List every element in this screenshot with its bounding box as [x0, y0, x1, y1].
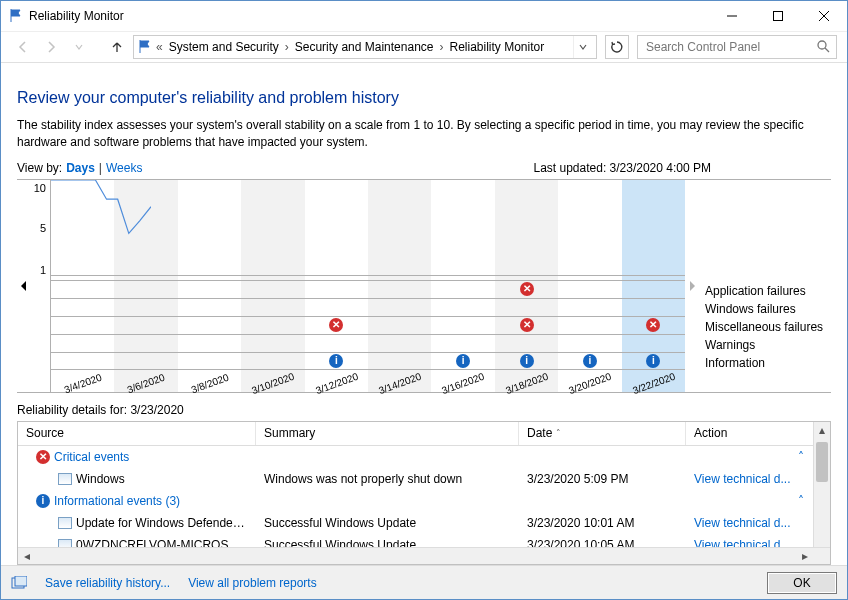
chevron-right-icon: › — [437, 40, 445, 54]
breadcrumb-item[interactable]: Security and Maintenance — [293, 40, 436, 54]
col-action[interactable]: Action — [686, 422, 830, 445]
forward-button[interactable] — [39, 35, 63, 59]
back-button[interactable] — [11, 35, 35, 59]
info-icon[interactable]: i — [329, 354, 343, 368]
window-title: Reliability Monitor — [29, 9, 124, 23]
app-icon — [58, 517, 72, 529]
ok-button[interactable]: OK — [767, 572, 837, 594]
view-technical-details-link[interactable]: View technical d... — [694, 472, 791, 486]
scrollbar-vertical[interactable]: ▴ ▾ — [813, 422, 830, 564]
group-label: Informational events (3) — [54, 494, 180, 508]
app-icon — [58, 473, 72, 485]
view-by-label: View by: — [17, 161, 62, 175]
view-technical-details-link[interactable]: View technical d... — [694, 538, 791, 547]
view-technical-details-link[interactable]: View technical d... — [694, 516, 791, 530]
table-row[interactable]: Update for Windows Defender ...Successfu… — [18, 512, 830, 534]
info-icon[interactable]: i — [583, 354, 597, 368]
view-all-problem-reports-link[interactable]: View all problem reports — [188, 576, 317, 590]
nav-bar: « System and Security › Security and Mai… — [1, 31, 847, 63]
info-icon: i — [36, 494, 50, 508]
scroll-left-button[interactable]: ◂ — [18, 548, 35, 564]
svg-rect-0 — [774, 12, 783, 21]
view-by-row: View by: Days | Weeks Last updated: 3/23… — [17, 161, 831, 175]
svg-rect-3 — [15, 576, 27, 586]
info-icon[interactable]: i — [456, 354, 470, 368]
collapse-icon[interactable]: ˄ — [798, 494, 804, 508]
legend-misc-failures: Miscellaneous failures — [705, 318, 831, 336]
search-input[interactable] — [644, 39, 812, 55]
search-box[interactable] — [637, 35, 837, 59]
chart-body[interactable]: ✕ii✕✕ii✕i 3/4/20203/6/20203/8/20203/10/2… — [51, 180, 685, 392]
chart-scroll-left[interactable] — [17, 180, 31, 392]
info-icon[interactable]: i — [646, 354, 660, 368]
error-icon[interactable]: ✕ — [520, 282, 534, 296]
refresh-button[interactable] — [605, 35, 629, 59]
error-icon[interactable]: ✕ — [646, 318, 660, 332]
legend-win-failures: Windows failures — [705, 300, 831, 318]
scrollbar-horizontal[interactable]: ◂ ▸ — [18, 547, 830, 564]
up-button[interactable] — [105, 35, 129, 59]
save-reliability-history-link[interactable]: Save reliability history... — [45, 576, 170, 590]
reliability-chart[interactable]: 10 5 1 ✕ii✕✕ii✕i 3/4/20203/6/20203/8/202… — [17, 179, 831, 393]
page-title: Review your computer's reliability and p… — [17, 89, 831, 107]
col-date[interactable]: Date ˄ — [519, 422, 686, 445]
info-icon[interactable]: i — [520, 354, 534, 368]
flag-icon — [9, 8, 23, 25]
table-row[interactable]: 0WZDNCRFLVQM-MICROSOF...Successful Windo… — [18, 534, 830, 547]
chart-scroll-right[interactable] — [685, 180, 699, 392]
chart-legend: Application failures Windows failures Mi… — [699, 180, 831, 392]
group-label: Critical events — [54, 450, 129, 464]
maximize-button[interactable] — [755, 1, 801, 31]
title-bar: Reliability Monitor — [1, 1, 847, 31]
col-source[interactable]: Source — [18, 422, 256, 445]
table-row[interactable]: WindowsWindows was not properly shut dow… — [18, 468, 830, 490]
group-informational[interactable]: iInformational events (3)˄ — [18, 490, 830, 512]
scroll-thumb[interactable] — [816, 442, 828, 482]
col-summary[interactable]: Summary — [256, 422, 519, 445]
view-days-link[interactable]: Days — [66, 161, 95, 175]
scroll-right-button[interactable]: ▸ — [796, 548, 813, 564]
chart-y-axis: 10 5 1 — [31, 180, 51, 392]
footer: Save reliability history... View all pro… — [1, 565, 847, 599]
breadcrumb[interactable]: « System and Security › Security and Mai… — [133, 35, 597, 59]
error-icon: ✕ — [36, 450, 50, 464]
legend-information: Information — [705, 354, 831, 372]
legend-warnings: Warnings — [705, 336, 831, 354]
error-icon[interactable]: ✕ — [329, 318, 343, 332]
breadcrumb-item[interactable]: Reliability Monitor — [447, 40, 546, 54]
breadcrumb-item[interactable]: System and Security — [167, 40, 281, 54]
chevron-left-icon[interactable]: « — [154, 40, 165, 54]
flag-icon — [138, 39, 152, 56]
view-weeks-link[interactable]: Weeks — [106, 161, 142, 175]
minimize-button[interactable] — [709, 1, 755, 31]
details-table: Source Summary Date ˄ Action ✕Critical e… — [17, 421, 831, 565]
document-icon — [11, 576, 27, 590]
app-icon — [58, 539, 72, 547]
legend-app-failures: Application failures — [705, 282, 831, 300]
collapse-icon[interactable]: ˄ — [798, 450, 804, 464]
history-dropdown[interactable] — [67, 35, 91, 59]
scroll-up-button[interactable]: ▴ — [814, 422, 830, 439]
search-icon[interactable] — [816, 39, 830, 56]
sort-asc-icon: ˄ — [556, 428, 561, 438]
details-body: ✕Critical events˄WindowsWindows was not … — [18, 446, 830, 547]
last-updated: Last updated: 3/23/2020 4:00 PM — [534, 161, 712, 175]
error-icon[interactable]: ✕ — [520, 318, 534, 332]
chevron-right-icon: › — [283, 40, 291, 54]
close-button[interactable] — [801, 1, 847, 31]
group-critical[interactable]: ✕Critical events˄ — [18, 446, 830, 468]
svg-point-1 — [818, 41, 826, 49]
breadcrumb-dropdown[interactable] — [573, 36, 592, 58]
page-description: The stability index assesses your system… — [17, 117, 807, 151]
